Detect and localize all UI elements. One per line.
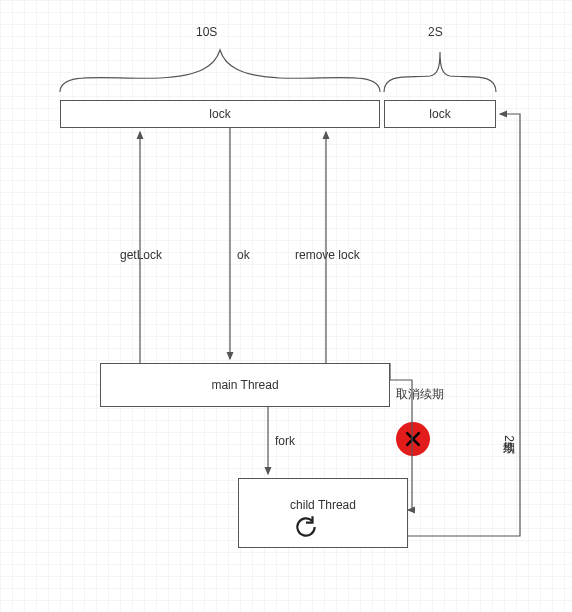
child-thread-box: child Thread — [238, 478, 408, 548]
time-label-2s: 2S — [428, 25, 443, 39]
arrow-label-removelock: remove lock — [295, 248, 360, 262]
arrow-label-ok: ok — [237, 248, 250, 262]
cancel-icon — [396, 422, 430, 456]
annotation-renew-2s: 续期 2s — [500, 432, 517, 448]
arrow-label-fork: fork — [275, 434, 295, 448]
refresh-icon — [293, 514, 319, 540]
lock-bar-main: lock — [60, 100, 380, 128]
child-thread-label: child Thread — [290, 498, 356, 512]
time-label-10s: 10S — [196, 25, 217, 39]
main-thread-label: main Thread — [211, 378, 278, 392]
arrow-label-getlock: getLock — [120, 248, 162, 262]
main-thread-box: main Thread — [100, 363, 390, 407]
annotation-cancel-renewal: 取消续期 — [396, 386, 444, 403]
lock-bar-main-label: lock — [209, 107, 230, 121]
lock-bar-right: lock — [384, 100, 496, 128]
lock-bar-right-label: lock — [429, 107, 450, 121]
